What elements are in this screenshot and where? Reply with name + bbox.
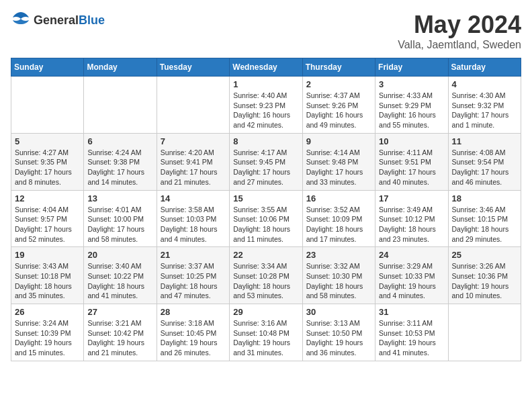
day-info: Sunrise: 3:43 AM Sunset: 10:18 PM Daylig… <box>15 261 80 301</box>
calendar-cell: 30Sunrise: 3:13 AM Sunset: 10:50 PM Dayl… <box>302 304 375 361</box>
calendar-cell: 10Sunrise: 4:11 AM Sunset: 9:51 PM Dayli… <box>375 133 448 190</box>
calendar-cell: 4Sunrise: 4:30 AM Sunset: 9:32 PM Daylig… <box>448 77 521 134</box>
day-info: Sunrise: 3:18 AM Sunset: 10:45 PM Daylig… <box>161 318 226 358</box>
calendar-cell: 23Sunrise: 3:32 AM Sunset: 10:30 PM Dayl… <box>302 247 375 304</box>
title-block: May 2024 Valla, Jaemtland, Sweden <box>398 11 521 51</box>
weekday-header-monday: Monday <box>84 58 157 77</box>
calendar-cell: 2Sunrise: 4:37 AM Sunset: 9:26 PM Daylig… <box>302 77 375 134</box>
day-info: Sunrise: 4:14 AM Sunset: 9:48 PM Dayligh… <box>306 148 371 187</box>
calendar-cell: 8Sunrise: 4:17 AM Sunset: 9:45 PM Daylig… <box>230 133 302 190</box>
day-number: 13 <box>87 193 152 203</box>
logo-bird-icon <box>11 11 31 27</box>
day-info: Sunrise: 3:52 AM Sunset: 10:09 PM Daylig… <box>306 205 371 244</box>
calendar-cell: 9Sunrise: 4:14 AM Sunset: 9:48 PM Daylig… <box>302 133 375 190</box>
day-number: 3 <box>379 79 444 89</box>
day-number: 11 <box>452 136 517 146</box>
day-info: Sunrise: 3:29 AM Sunset: 10:33 PM Daylig… <box>379 261 444 301</box>
calendar-title: May 2024 <box>398 11 521 39</box>
day-info: Sunrise: 3:16 AM Sunset: 10:48 PM Daylig… <box>233 318 298 358</box>
day-number: 21 <box>161 250 226 260</box>
day-number: 16 <box>306 193 371 203</box>
calendar-cell: 7Sunrise: 4:20 AM Sunset: 9:41 PM Daylig… <box>157 133 229 190</box>
day-info: Sunrise: 3:26 AM Sunset: 10:36 PM Daylig… <box>452 261 517 301</box>
calendar-cell: 29Sunrise: 3:16 AM Sunset: 10:48 PM Dayl… <box>230 304 302 361</box>
day-info: Sunrise: 4:37 AM Sunset: 9:26 PM Dayligh… <box>306 91 371 130</box>
day-number: 22 <box>233 250 298 260</box>
day-info: Sunrise: 4:40 AM Sunset: 9:23 PM Dayligh… <box>233 91 298 130</box>
day-info: Sunrise: 3:46 AM Sunset: 10:15 PM Daylig… <box>452 205 517 244</box>
calendar-cell: 19Sunrise: 3:43 AM Sunset: 10:18 PM Dayl… <box>11 247 84 304</box>
day-number: 12 <box>15 193 80 203</box>
day-info: Sunrise: 3:24 AM Sunset: 10:39 PM Daylig… <box>15 318 80 358</box>
day-number: 24 <box>379 250 444 260</box>
calendar-cell: 6Sunrise: 4:24 AM Sunset: 9:38 PM Daylig… <box>84 133 157 190</box>
weekday-header-saturday: Saturday <box>448 58 521 77</box>
calendar-cell: 22Sunrise: 3:34 AM Sunset: 10:28 PM Dayl… <box>230 247 302 304</box>
calendar-cell: 17Sunrise: 3:49 AM Sunset: 10:12 PM Dayl… <box>375 190 448 247</box>
calendar-cell: 15Sunrise: 3:55 AM Sunset: 10:06 PM Dayl… <box>230 190 302 247</box>
day-number: 18 <box>452 193 517 203</box>
calendar-table: SundayMondayTuesdayWednesdayThursdayFrid… <box>11 58 521 361</box>
calendar-cell <box>11 77 84 134</box>
day-info: Sunrise: 3:58 AM Sunset: 10:03 PM Daylig… <box>161 205 226 244</box>
day-number: 17 <box>379 193 444 203</box>
day-number: 27 <box>87 307 152 317</box>
day-info: Sunrise: 4:24 AM Sunset: 9:38 PM Dayligh… <box>87 148 152 187</box>
calendar-cell <box>157 77 229 134</box>
day-info: Sunrise: 3:49 AM Sunset: 10:12 PM Daylig… <box>379 205 444 244</box>
day-number: 1 <box>233 79 298 89</box>
calendar-week-row: 26Sunrise: 3:24 AM Sunset: 10:39 PM Dayl… <box>11 304 521 361</box>
calendar-week-row: 1Sunrise: 4:40 AM Sunset: 9:23 PM Daylig… <box>11 77 521 134</box>
day-number: 9 <box>306 136 371 146</box>
calendar-cell: 1Sunrise: 4:40 AM Sunset: 9:23 PM Daylig… <box>230 77 302 134</box>
day-info: Sunrise: 3:32 AM Sunset: 10:30 PM Daylig… <box>306 261 371 301</box>
calendar-cell <box>448 304 521 361</box>
calendar-week-row: 5Sunrise: 4:27 AM Sunset: 9:35 PM Daylig… <box>11 133 521 190</box>
day-number: 26 <box>15 307 80 317</box>
calendar-cell: 11Sunrise: 4:08 AM Sunset: 9:54 PM Dayli… <box>448 133 521 190</box>
day-info: Sunrise: 3:55 AM Sunset: 10:06 PM Daylig… <box>233 205 298 244</box>
day-number: 5 <box>15 136 80 146</box>
weekday-header-wednesday: Wednesday <box>230 58 302 77</box>
day-number: 2 <box>306 79 371 89</box>
weekday-header-sunday: Sunday <box>11 58 84 77</box>
day-number: 14 <box>161 193 226 203</box>
calendar-cell <box>84 77 157 134</box>
calendar-cell: 25Sunrise: 3:26 AM Sunset: 10:36 PM Dayl… <box>448 247 521 304</box>
day-info: Sunrise: 4:30 AM Sunset: 9:32 PM Dayligh… <box>452 91 517 130</box>
day-info: Sunrise: 3:34 AM Sunset: 10:28 PM Daylig… <box>233 261 298 301</box>
calendar-cell: 21Sunrise: 3:37 AM Sunset: 10:25 PM Dayl… <box>157 247 229 304</box>
day-info: Sunrise: 4:20 AM Sunset: 9:41 PM Dayligh… <box>161 148 226 187</box>
calendar-cell: 12Sunrise: 4:04 AM Sunset: 9:57 PM Dayli… <box>11 190 84 247</box>
logo: GeneralBlue <box>11 11 105 30</box>
calendar-cell: 16Sunrise: 3:52 AM Sunset: 10:09 PM Dayl… <box>302 190 375 247</box>
day-info: Sunrise: 4:27 AM Sunset: 9:35 PM Dayligh… <box>15 148 80 187</box>
day-number: 23 <box>306 250 371 260</box>
logo-text-general: General <box>34 13 79 27</box>
calendar-cell: 3Sunrise: 4:33 AM Sunset: 9:29 PM Daylig… <box>375 77 448 134</box>
page-header: GeneralBlue May 2024 Valla, Jaemtland, S… <box>11 11 521 51</box>
weekday-header-tuesday: Tuesday <box>157 58 229 77</box>
day-number: 20 <box>87 250 152 260</box>
day-number: 30 <box>306 307 371 317</box>
day-info: Sunrise: 4:01 AM Sunset: 10:00 PM Daylig… <box>87 205 152 244</box>
calendar-cell: 26Sunrise: 3:24 AM Sunset: 10:39 PM Dayl… <box>11 304 84 361</box>
weekday-header-friday: Friday <box>375 58 448 77</box>
calendar-cell: 13Sunrise: 4:01 AM Sunset: 10:00 PM Dayl… <box>84 190 157 247</box>
calendar-location: Valla, Jaemtland, Sweden <box>398 39 521 51</box>
weekday-header-thursday: Thursday <box>302 58 375 77</box>
day-info: Sunrise: 3:40 AM Sunset: 10:22 PM Daylig… <box>87 261 152 301</box>
day-number: 10 <box>379 136 444 146</box>
day-number: 31 <box>379 307 444 317</box>
day-info: Sunrise: 3:11 AM Sunset: 10:53 PM Daylig… <box>379 318 444 358</box>
day-info: Sunrise: 4:11 AM Sunset: 9:51 PM Dayligh… <box>379 148 444 187</box>
day-number: 7 <box>161 136 226 146</box>
day-info: Sunrise: 3:13 AM Sunset: 10:50 PM Daylig… <box>306 318 371 358</box>
day-info: Sunrise: 3:37 AM Sunset: 10:25 PM Daylig… <box>161 261 226 301</box>
calendar-cell: 28Sunrise: 3:18 AM Sunset: 10:45 PM Dayl… <box>157 304 229 361</box>
calendar-week-row: 12Sunrise: 4:04 AM Sunset: 9:57 PM Dayli… <box>11 190 521 247</box>
day-info: Sunrise: 4:08 AM Sunset: 9:54 PM Dayligh… <box>452 148 517 187</box>
calendar-cell: 24Sunrise: 3:29 AM Sunset: 10:33 PM Dayl… <box>375 247 448 304</box>
day-info: Sunrise: 4:17 AM Sunset: 9:45 PM Dayligh… <box>233 148 298 187</box>
day-number: 8 <box>233 136 298 146</box>
